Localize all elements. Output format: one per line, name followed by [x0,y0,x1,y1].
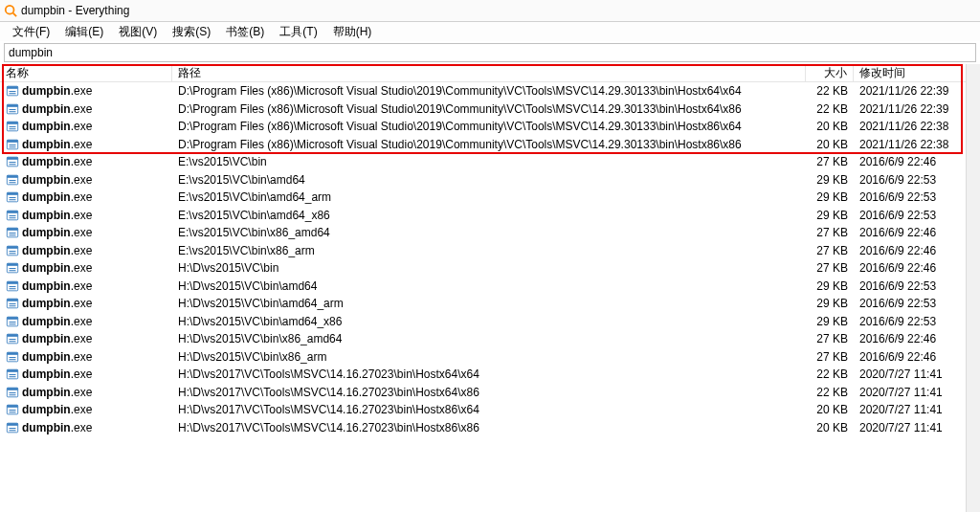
column-header-path[interactable]: 路径 [172,65,806,81]
file-name-cell[interactable]: dumpbin.exe [0,138,172,151]
table-row[interactable]: dumpbin.exeE:\vs2015\VC\bin27 KB2016/6/9… [0,153,980,171]
file-name-cell[interactable]: dumpbin.exe [0,350,172,364]
table-row[interactable]: dumpbin.exeH:\D\vs2015\VC\bin\amd64_arm2… [0,295,980,313]
column-header-row: 名称 路径 大小 修改时间 [0,64,980,82]
size-cell: 20 KB [806,403,854,416]
search-box[interactable] [4,43,976,62]
table-row[interactable]: dumpbin.exeD:\Program Files (x86)\Micros… [0,82,980,100]
file-name-cell[interactable]: dumpbin.exe [0,226,172,239]
file-name-cell[interactable]: dumpbin.exe [0,367,172,381]
size-cell: 29 KB [806,315,854,328]
table-row[interactable]: dumpbin.exeD:\Program Files (x86)\Micros… [0,118,980,136]
table-row[interactable]: dumpbin.exeH:\D\vs2017\VC\Tools\MSVC\14.… [0,366,980,384]
exe-file-icon [6,403,19,416]
menu-view[interactable]: 视图(V) [112,23,164,41]
svg-rect-5 [10,93,16,94]
file-name-cell[interactable]: dumpbin.exe [0,261,172,275]
file-name-cell[interactable]: dumpbin.exe [0,190,172,204]
exe-file-icon [6,421,19,434]
table-row[interactable]: dumpbin.exeE:\vs2015\VC\bin\amd64_arm29 … [0,189,980,207]
file-name-cell[interactable]: dumpbin.exe [0,297,172,310]
file-name-cell[interactable]: dumpbin.exe [0,173,172,187]
size-cell: 27 KB [806,155,854,168]
table-row[interactable]: dumpbin.exeH:\D\vs2015\VC\bin\x86_arm27 … [0,348,980,367]
svg-rect-15 [7,140,17,143]
menu-tools[interactable]: 工具(T) [273,23,323,41]
file-name-ext: .exe [71,350,93,364]
svg-rect-52 [10,303,16,304]
table-row[interactable]: dumpbin.exeE:\vs2015\VC\bin\x86_amd6427 … [0,224,980,242]
table-row[interactable]: dumpbin.exeH:\D\vs2017\VC\Tools\MSVC\14.… [0,401,980,419]
svg-rect-39 [7,246,17,249]
file-name-cell[interactable]: dumpbin.exe [0,155,172,168]
table-row[interactable]: dumpbin.exeH:\D\vs2015\VC\bin\x86_amd642… [0,330,980,348]
svg-rect-80 [10,428,16,429]
file-name-cell[interactable]: dumpbin.exe [0,332,172,345]
menu-file[interactable]: 文件(F) [6,23,56,41]
table-row[interactable]: dumpbin.exeH:\D\vs2015\VC\bin27 KB2016/6… [0,259,980,278]
path-cell: H:\D\vs2015\VC\bin\x86_arm [172,350,806,364]
search-input[interactable] [5,45,975,60]
column-header-date[interactable]: 修改时间 [854,65,980,81]
column-header-name[interactable]: 名称 [0,65,172,81]
window-title: dumpbin - Everything [21,4,129,17]
file-name-match: dumpbin [22,421,71,434]
svg-rect-63 [7,352,17,355]
file-name-cell[interactable]: dumpbin.exe [0,120,172,133]
size-cell: 20 KB [806,421,854,434]
svg-rect-64 [10,357,16,358]
vertical-scrollbar[interactable] [966,64,980,512]
svg-rect-57 [10,323,16,324]
file-name-ext: .exe [71,279,93,293]
menu-search[interactable]: 搜索(S) [166,23,217,41]
menubar: 文件(F) 编辑(E) 视图(V) 搜索(S) 书签(B) 工具(T) 帮助(H… [0,22,980,41]
svg-rect-44 [10,268,16,269]
file-name-cell[interactable]: dumpbin.exe [0,279,172,293]
exe-file-icon [6,279,19,293]
file-name-cell[interactable]: dumpbin.exe [0,102,172,116]
exe-file-icon [6,350,19,364]
svg-rect-76 [10,410,16,411]
file-name-cell[interactable]: dumpbin.exe [0,209,172,222]
menu-edit[interactable]: 编辑(E) [58,23,110,41]
table-row[interactable]: dumpbin.exeH:\D\vs2017\VC\Tools\MSVC\14.… [0,419,980,437]
svg-rect-25 [10,182,16,183]
date-cell: 2016/6/9 22:53 [854,209,980,222]
file-name-cell[interactable]: dumpbin.exe [0,84,172,98]
svg-rect-55 [7,317,17,320]
date-cell: 2016/6/9 22:53 [854,173,980,187]
file-name-cell[interactable]: dumpbin.exe [0,421,172,434]
listview[interactable]: 名称 路径 大小 修改时间 dumpbin.exeD:\Program File… [0,64,980,512]
svg-rect-37 [10,234,16,235]
table-row[interactable]: dumpbin.exeD:\Program Files (x86)\Micros… [0,100,980,119]
svg-rect-35 [7,228,17,231]
file-name-ext: .exe [71,190,93,204]
table-row[interactable]: dumpbin.exeE:\vs2015\VC\bin\amd6429 KB20… [0,171,980,189]
file-name-cell[interactable]: dumpbin.exe [0,315,172,328]
menu-help[interactable]: 帮助(H) [326,23,379,41]
table-row[interactable]: dumpbin.exeE:\vs2015\VC\bin\x86_arm27 KB… [0,242,980,260]
table-row[interactable]: dumpbin.exeH:\D\vs2015\VC\bin\amd64_x862… [0,313,980,331]
date-cell: 2020/7/27 11:41 [854,386,980,399]
app-icon [4,4,17,17]
column-header-size[interactable]: 大小 [806,65,854,81]
date-cell: 2020/7/27 11:41 [854,367,980,381]
path-cell: H:\D\vs2015\VC\bin [172,261,806,275]
svg-rect-31 [7,211,17,213]
file-name-cell[interactable]: dumpbin.exe [0,386,172,399]
svg-rect-43 [7,263,17,266]
file-name-ext: .exe [71,367,93,381]
table-row[interactable]: dumpbin.exeH:\D\vs2015\VC\bin\amd6429 KB… [0,278,980,296]
file-name-cell[interactable]: dumpbin.exe [0,403,172,416]
size-cell: 29 KB [806,190,854,204]
file-name-match: dumpbin [22,261,71,275]
table-row[interactable]: dumpbin.exeH:\D\vs2017\VC\Tools\MSVC\14.… [0,384,980,402]
svg-rect-11 [7,122,17,124]
date-cell: 2021/11/26 22:39 [854,102,980,116]
file-name-cell[interactable]: dumpbin.exe [0,244,172,257]
table-row[interactable]: dumpbin.exeE:\vs2015\VC\bin\amd64_x8629 … [0,207,980,225]
table-row[interactable]: dumpbin.exeD:\Program Files (x86)\Micros… [0,136,980,154]
size-cell: 29 KB [806,209,854,222]
menu-bookmarks[interactable]: 书签(B) [219,23,271,41]
exe-file-icon [6,367,19,381]
